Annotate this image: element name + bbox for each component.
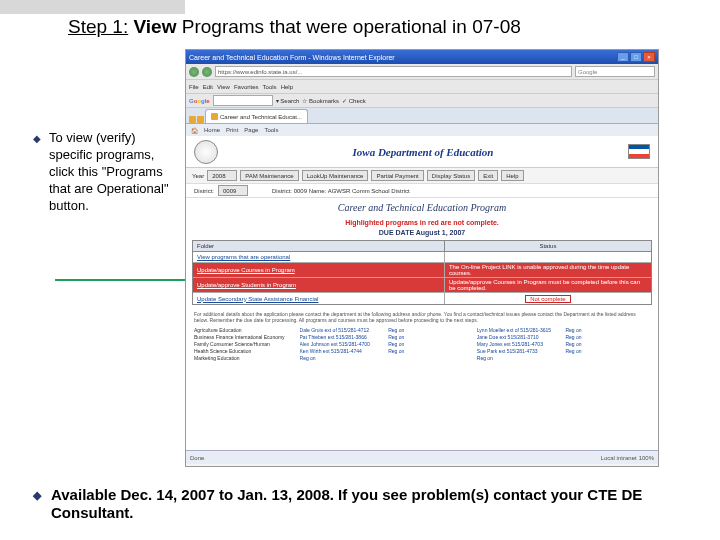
contact-link[interactable]: Reg on: [565, 348, 650, 354]
contact-link[interactable]: Alex Johnson ext 515/281-4700: [300, 341, 385, 347]
add-favorite-icon[interactable]: [197, 116, 204, 123]
cmd-page[interactable]: Page: [244, 127, 258, 133]
menu-favorites[interactable]: Favorites: [234, 84, 259, 90]
dept-header: Iowa Department of Education: [186, 136, 658, 168]
cmd-tools[interactable]: Tools: [264, 127, 278, 133]
tab-active[interactable]: Career and Technical Educat...: [205, 109, 308, 123]
back-icon[interactable]: [189, 67, 199, 77]
contact-link[interactable]: Reg on: [388, 334, 473, 340]
fine-print: For additional details about the applica…: [194, 311, 650, 323]
forward-icon[interactable]: [202, 67, 212, 77]
contact-link[interactable]: Reg on: [477, 355, 562, 361]
address-input[interactable]: https://www.edinfo.state.ia.us/...: [215, 66, 572, 77]
window-buttons: _ □ ×: [617, 52, 655, 62]
contact-category: Agriculture Education: [194, 327, 296, 333]
bullet-2: ◆ Available Dec. 14, 2007 to Jan. 13, 20…: [33, 486, 673, 522]
zoom-level: 100%: [639, 455, 654, 461]
update-courses-link[interactable]: Update/approve Courses in Program: [193, 263, 445, 277]
contact-link[interactable]: [565, 355, 650, 361]
contact-link[interactable]: Reg on: [388, 341, 473, 347]
google-tool-3[interactable]: ✓ Check: [342, 97, 366, 104]
window-title: Career and Technical Education Form - Wi…: [189, 54, 395, 61]
pam-button[interactable]: PAM Maintenance: [240, 170, 299, 181]
title-bold: View: [134, 16, 177, 37]
menu-bar: File Edit View Favorites Tools Help: [186, 80, 658, 94]
window-titlebar: Career and Technical Education Form - Wi…: [186, 50, 658, 64]
command-bar: 🏠 Home Print Page Tools: [186, 124, 658, 136]
contact-link[interactable]: Sue Park ext 515/281-4733: [477, 348, 562, 354]
google-tool-2[interactable]: ☆ Bookmarks: [302, 97, 339, 104]
home-icon[interactable]: 🏠: [191, 127, 198, 134]
update-financial-link[interactable]: Update Secondary State Assistance Financ…: [193, 293, 445, 304]
menu-edit[interactable]: Edit: [203, 84, 213, 90]
tab-row: Career and Technical Educat...: [186, 108, 658, 124]
minimize-button[interactable]: _: [617, 52, 629, 62]
menu-view[interactable]: View: [217, 84, 230, 90]
table-row: Update/approve Students in Program Updat…: [193, 278, 651, 293]
contact-link[interactable]: Jane Doe ext 515/281-3710: [477, 334, 562, 340]
contact-link[interactable]: Dale Gruis ext of 515/281-4712: [300, 327, 385, 333]
contacts-grid: Agriculture EducationDale Gruis ext of 5…: [194, 327, 650, 361]
google-logo-icon: Google: [189, 98, 210, 104]
bullet-1: ◆ To view (verify) specific programs, cl…: [33, 130, 173, 214]
title-step: Step 1:: [68, 16, 128, 37]
lookup-button[interactable]: LookUp Maintenance: [302, 170, 369, 181]
bullet-marker-icon: ◆: [33, 132, 43, 214]
bullet-2-text: Available Dec. 14, 2007 to Jan. 13, 2008…: [51, 486, 673, 522]
google-tool-1[interactable]: ▾ Search: [276, 97, 300, 104]
table-header: Folder Status: [193, 241, 651, 252]
cmd-print[interactable]: Print: [226, 127, 238, 133]
table-row: View programs that are operational: [193, 252, 651, 263]
bullet-1-text: To view (verify) specific programs, clic…: [49, 130, 173, 214]
table-row: Update/approve Courses in Program The On…: [193, 263, 651, 278]
update-students-link[interactable]: Update/approve Students in Program: [193, 278, 445, 292]
contact-link[interactable]: Reg on: [300, 355, 385, 361]
menu-tools[interactable]: Tools: [263, 84, 277, 90]
close-button[interactable]: ×: [643, 52, 655, 62]
help-button[interactable]: Help: [501, 170, 523, 181]
google-search-input[interactable]: [213, 95, 273, 106]
display-status-button[interactable]: Display Status: [427, 170, 475, 181]
security-zone: Local intranet: [601, 455, 637, 461]
partial-button[interactable]: Partial Payment: [371, 170, 423, 181]
district-label: District:: [194, 188, 214, 194]
warning-text: Highlighted programs in red are not comp…: [186, 217, 658, 228]
district-select[interactable]: 0009: [218, 185, 248, 196]
contact-link[interactable]: Pat Thieben ext 515/281-3866: [300, 334, 385, 340]
contact-link[interactable]: Reg on: [388, 327, 473, 333]
menu-help[interactable]: Help: [281, 84, 293, 90]
flag-icon: [628, 144, 650, 159]
favorites-star-icon[interactable]: [189, 116, 196, 123]
view-programs-link[interactable]: View programs that are operational: [193, 252, 445, 262]
google-toolbar: Google ▾ Search ☆ Bookmarks ✓ Check: [186, 94, 658, 108]
contact-link[interactable]: Lynn Moeller ext of 515/281-3615: [477, 327, 562, 333]
status-cell: The On-line Project LINK is unable appro…: [445, 263, 651, 277]
contact-link[interactable]: Reg on: [565, 334, 650, 340]
status-cell: Not complete: [445, 293, 651, 304]
table-row: Update Secondary State Assistance Financ…: [193, 293, 651, 304]
status-bar: Done Local intranet 100%: [186, 450, 658, 464]
contact-link[interactable]: Ken Wirth ext 515/281-4744: [300, 348, 385, 354]
action-table: Folder Status View programs that are ope…: [192, 240, 652, 305]
dept-title: Iowa Department of Education: [353, 146, 494, 158]
browser-screenshot: Career and Technical Education Form - Wi…: [185, 49, 659, 467]
exit-button[interactable]: Exit: [478, 170, 498, 181]
maximize-button[interactable]: □: [630, 52, 642, 62]
th-folder: Folder: [193, 241, 445, 251]
cmd-home[interactable]: Home: [204, 127, 220, 133]
contact-link[interactable]: [388, 355, 473, 361]
contact-link[interactable]: Reg on: [565, 327, 650, 333]
contact-link[interactable]: Reg on: [388, 348, 473, 354]
menu-file[interactable]: File: [189, 84, 199, 90]
contact-link[interactable]: Mary Jones ext 515/281-4703: [477, 341, 562, 347]
status-cell: [445, 252, 651, 262]
bullet-marker-icon: ◆: [33, 489, 45, 522]
year-label: Year: [192, 173, 204, 179]
state-seal-icon: [194, 140, 218, 164]
district-info: District: 0009 Name: AGWSR Comm School D…: [272, 188, 410, 194]
year-select[interactable]: 2008: [207, 170, 237, 181]
search-input[interactable]: Google: [575, 66, 655, 77]
contact-link[interactable]: Reg on: [565, 341, 650, 347]
contact-category: Marketing Education: [194, 355, 296, 361]
due-date-text: DUE DATE August 1, 2007: [186, 228, 658, 240]
